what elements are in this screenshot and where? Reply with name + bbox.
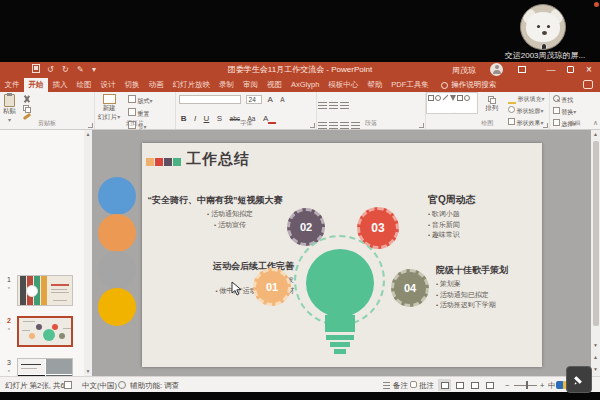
draw-pen-icon[interactable]: ✎ bbox=[77, 64, 84, 76]
tab-home[interactable]: 开始 bbox=[24, 78, 48, 92]
slideshow-view-button[interactable] bbox=[483, 379, 496, 391]
offslide-circle-orange[interactable] bbox=[98, 214, 136, 252]
tab-animations[interactable]: 动画 bbox=[144, 78, 168, 92]
tab-help[interactable]: 帮助 bbox=[363, 78, 387, 92]
lightbulb-base-bar[interactable] bbox=[326, 335, 354, 340]
tell-me-search[interactable]: 操作说明搜索 bbox=[441, 78, 496, 92]
titlebar: ↺ ↻ ✎ ▾ 团委学生会11月工作交流会 - PowerPoint 周茂琼 —… bbox=[0, 62, 600, 78]
notes-button[interactable]: 备注 bbox=[382, 381, 408, 391]
block-heading: 院级十佳歌手策划 bbox=[436, 264, 508, 277]
save-icon[interactable] bbox=[32, 64, 40, 73]
shape-outline-button[interactable]: 形状轮廓▾ bbox=[508, 106, 545, 116]
text-block-singer-contest[interactable]: 院级十佳歌手策划 策划案 活动通知已拟定 活动推迟到下学期 bbox=[436, 264, 508, 311]
lightbulb-neck-shape[interactable] bbox=[325, 315, 355, 332]
accessibility-status[interactable]: 辅助功能: 调查 bbox=[130, 381, 179, 391]
layout-button[interactable]: 版式▾ bbox=[128, 95, 153, 106]
account-avatar[interactable] bbox=[490, 63, 503, 76]
dialog-launcher-icon[interactable] bbox=[543, 123, 548, 128]
ribbon-display-options-button[interactable] bbox=[514, 64, 530, 76]
lightbulb-base-bar[interactable] bbox=[330, 342, 350, 347]
text-block-qq-weekly[interactable]: 官Q周动态 歌词小题 音乐新闻 趣味常识 bbox=[428, 193, 476, 241]
tab-axglyph[interactable]: AxGlyph bbox=[287, 78, 324, 92]
cut-icon[interactable] bbox=[23, 95, 31, 103]
tab-draw[interactable]: 绘图 bbox=[72, 78, 96, 92]
theme-icon bbox=[64, 381, 72, 389]
tab-slideshow[interactable]: 幻灯片放映 bbox=[168, 78, 215, 92]
shapes-gallery[interactable] bbox=[426, 92, 478, 114]
offslide-circle-gray[interactable] bbox=[98, 251, 136, 289]
tab-insert[interactable]: 插入 bbox=[48, 78, 72, 92]
gear-shape-04[interactable]: 04 bbox=[391, 269, 429, 307]
account-user-name[interactable]: 周茂琼 bbox=[452, 65, 476, 76]
tab-file[interactable]: 文件 bbox=[0, 78, 24, 92]
dialog-launcher-icon[interactable] bbox=[310, 123, 315, 128]
reading-view-button[interactable] bbox=[468, 379, 481, 391]
replace-button[interactable]: 替换▾ bbox=[553, 107, 577, 117]
tab-transitions[interactable]: 切换 bbox=[120, 78, 144, 92]
new-slide-button[interactable]: 新建 幻灯片▾ bbox=[95, 92, 124, 122]
next-slide-icon[interactable]: ▼ bbox=[591, 366, 600, 372]
minimize-button[interactable]: — bbox=[543, 64, 559, 76]
group-clipboard: 粘贴 ▾ 剪贴板 bbox=[0, 92, 95, 129]
tab-review[interactable]: 审阅 bbox=[239, 78, 263, 92]
grow-font-icon[interactable]: A bbox=[268, 95, 273, 105]
tab-template-center[interactable]: 模板中心 bbox=[324, 78, 363, 92]
thumbnail-slide-1[interactable] bbox=[17, 275, 73, 306]
dialog-launcher-icon[interactable] bbox=[419, 123, 424, 128]
font-size-input[interactable]: 24 bbox=[246, 95, 262, 104]
scroll-up-icon[interactable]: ▲ bbox=[591, 131, 600, 137]
close-button[interactable]: × bbox=[581, 64, 597, 76]
animation-star-icon: * bbox=[4, 286, 14, 292]
scroll-down-icon[interactable]: ▼ bbox=[84, 368, 92, 374]
lightbulb-base-bar[interactable] bbox=[334, 349, 346, 354]
language-indicator[interactable]: 中文(中国) bbox=[82, 381, 117, 391]
zoom-in-icon[interactable]: + bbox=[540, 381, 544, 390]
scroll-up-icon[interactable]: ▲ bbox=[84, 131, 92, 137]
redo-icon[interactable]: ↻ bbox=[62, 64, 69, 76]
indent-icon[interactable] bbox=[340, 102, 349, 110]
thumbnail-slide-2-selected[interactable] bbox=[17, 316, 73, 347]
corner-indicator-dot bbox=[594, 2, 599, 7]
ime-indicator[interactable]: 中 bbox=[548, 381, 556, 391]
participant-video-tile[interactable] bbox=[520, 4, 566, 50]
qat-dropdown-icon[interactable]: ▾ bbox=[92, 64, 96, 76]
zoom-out-icon[interactable]: − bbox=[505, 381, 509, 390]
numbered-list-icon[interactable] bbox=[329, 102, 338, 110]
gear-shape-01[interactable]: 01 bbox=[253, 268, 291, 306]
lightbulb-head-shape[interactable] bbox=[306, 249, 374, 317]
undo-icon[interactable]: ↺ bbox=[47, 64, 54, 76]
gear-number: 04 bbox=[404, 282, 416, 294]
zoom-slider-handle[interactable] bbox=[526, 381, 528, 389]
shrink-font-icon[interactable]: A bbox=[280, 95, 284, 105]
comments-bubble-icon[interactable] bbox=[583, 80, 593, 89]
offslide-circle-yellow[interactable] bbox=[98, 288, 136, 326]
tab-view[interactable]: 视图 bbox=[263, 78, 287, 92]
restore-button[interactable] bbox=[562, 64, 578, 76]
reset-button[interactable]: 重置 bbox=[128, 108, 153, 119]
scroll-down-icon[interactable]: ▼ bbox=[591, 342, 600, 348]
offslide-circle-blue[interactable] bbox=[98, 177, 136, 215]
arrange-button[interactable]: 排列 bbox=[482, 92, 501, 113]
panel-scrollbar[interactable]: ▲ ▼ bbox=[84, 130, 92, 376]
tab-design[interactable]: 设计 bbox=[96, 78, 120, 92]
dialog-launcher-icon[interactable] bbox=[88, 123, 93, 128]
group-paragraph: 文字方向▾ 对齐文本▾ 转换为 SmartArt▾ 段落 bbox=[317, 92, 425, 129]
bullet-item: 音乐新闻 bbox=[428, 220, 476, 231]
copy-icon[interactable] bbox=[23, 105, 31, 113]
tab-pdf-tools[interactable]: PDF工具集 bbox=[387, 78, 434, 92]
annotation-pen-button[interactable] bbox=[566, 366, 592, 393]
comments-button[interactable]: 批注 bbox=[410, 381, 434, 391]
shape-fill-button[interactable]: 形状填充▾ bbox=[508, 95, 545, 104]
tab-record[interactable]: 录制 bbox=[215, 78, 239, 92]
slide-title[interactable]: 工作总结 bbox=[186, 150, 250, 169]
normal-view-button[interactable] bbox=[438, 379, 451, 391]
bullet-list-icon[interactable] bbox=[318, 102, 327, 110]
collapse-ribbon-icon[interactable]: ∧ bbox=[593, 119, 598, 127]
scrollbar-thumb[interactable] bbox=[593, 141, 599, 326]
previous-slide-icon[interactable]: ▲ bbox=[591, 354, 600, 360]
gear-number: 03 bbox=[371, 221, 384, 235]
find-button[interactable]: 查找 bbox=[553, 95, 577, 105]
text-block-video-contest[interactable]: “安全骑行、中南有我”短视频大赛 活动通知拟定 活动宣传 bbox=[146, 194, 284, 230]
font-name-input[interactable] bbox=[179, 95, 241, 104]
slide-sorter-view-button[interactable] bbox=[453, 379, 466, 391]
